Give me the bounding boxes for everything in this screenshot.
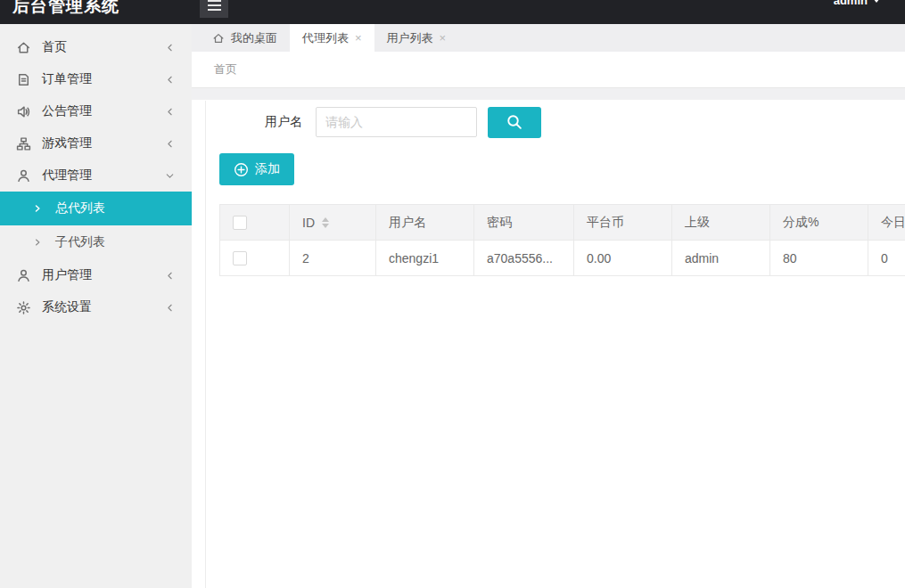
- column-header-id: ID: [302, 216, 315, 230]
- column-header-superior: 上级: [672, 205, 770, 241]
- sidebar-item-label: 用户管理: [42, 267, 164, 283]
- sidebar-subitem-sub-agent-list[interactable]: 子代列表: [0, 225, 192, 259]
- home-icon: [16, 40, 31, 55]
- row-checkbox[interactable]: [233, 251, 247, 265]
- speaker-icon: [16, 104, 31, 119]
- sidebar-item-label: 代理管理: [42, 167, 164, 184]
- user-menu[interactable]: admin: [834, 0, 880, 7]
- column-header-platform-coin: 平台币: [574, 205, 672, 241]
- sidebar-item-games[interactable]: 游戏管理: [0, 127, 192, 159]
- gear-icon: [16, 300, 31, 315]
- cell-password: a70a5556...: [474, 241, 574, 276]
- content-divider: [192, 88, 905, 100]
- search-button[interactable]: [488, 107, 541, 138]
- tab-label: 我的桌面: [231, 30, 277, 46]
- sidebar-item-label: 首页: [42, 39, 164, 55]
- chevron-left-icon: [164, 138, 176, 150]
- username-label: admin: [834, 0, 868, 7]
- sort-icon[interactable]: [322, 217, 329, 228]
- username-search-input[interactable]: [316, 107, 477, 137]
- agents-table: ID 用户名 密码 平台币 上级 分成% 今日充值 2 chengzi1 a70…: [219, 204, 905, 276]
- cell-id: 2: [290, 241, 376, 276]
- caret-down-icon: [873, 0, 880, 3]
- sidebar-item-agents[interactable]: 代理管理: [0, 159, 192, 192]
- sidebar-subitem-label: 子代列表: [55, 234, 105, 250]
- chevron-left-icon: [164, 74, 176, 86]
- home-icon: [212, 32, 225, 45]
- column-header-password: 密码: [474, 205, 574, 241]
- chevron-left-icon: [164, 302, 176, 314]
- main-content: 我的桌面 代理列表 × 用户列表 × 首页 用户名: [192, 24, 905, 588]
- add-button-label: 添加: [255, 161, 280, 177]
- arrow-right-icon: [32, 237, 43, 248]
- tab-agent-list[interactable]: 代理列表 ×: [290, 24, 374, 52]
- column-header-username: 用户名: [376, 205, 474, 241]
- cell-percent: 80: [770, 241, 868, 276]
- sidebar-subitem-general-agent-list[interactable]: 总代列表: [0, 192, 192, 225]
- sidebar-item-label: 系统设置: [42, 299, 164, 315]
- document-icon: [16, 72, 31, 87]
- chevron-left-icon: [164, 106, 176, 118]
- sidebar-subitem-label: 总代列表: [55, 200, 105, 216]
- sidebar-toggle-button[interactable]: [200, 0, 228, 18]
- chevron-left-icon: [164, 270, 176, 282]
- sidebar-item-orders[interactable]: 订单管理: [0, 63, 192, 95]
- username-field-label: 用户名: [265, 114, 302, 130]
- table-header-row: ID 用户名 密码 平台币 上级 分成% 今日充值: [220, 205, 905, 241]
- sidebar-item-settings[interactable]: 系统设置: [0, 291, 192, 323]
- breadcrumb-bar: 首页: [192, 52, 905, 88]
- chevron-down-icon: [164, 170, 176, 182]
- sidebar-item-label: 公告管理: [42, 103, 164, 119]
- column-header-percent: 分成%: [770, 205, 868, 241]
- cell-username: chengzi1: [376, 241, 474, 276]
- cell-platform-coin: 0.00: [574, 241, 672, 276]
- search-form: 用户名: [206, 106, 905, 138]
- tab-bar: 我的桌面 代理列表 × 用户列表 ×: [192, 24, 905, 52]
- person-icon: [16, 168, 31, 184]
- app-title: 后台管理系统: [12, 0, 119, 18]
- sidebar-item-label: 订单管理: [42, 71, 164, 87]
- tab-my-desktop[interactable]: 我的桌面: [200, 24, 290, 52]
- table-row: 2 chengzi1 a70a5556... 0.00 admin 80 0: [220, 241, 905, 276]
- tab-user-list[interactable]: 用户列表 ×: [374, 24, 459, 52]
- close-icon[interactable]: ×: [440, 32, 447, 44]
- sidebar-item-users[interactable]: 用户管理: [0, 259, 192, 291]
- sidebar-nav: 首页 订单管理 公告管理 游戏管理 代理管理 总代: [0, 24, 192, 588]
- cell-today: 0: [868, 241, 905, 276]
- select-all-checkbox[interactable]: [233, 216, 247, 230]
- content-panel: 用户名 添加 ID: [205, 101, 905, 588]
- sidebar-item-home[interactable]: 首页: [0, 31, 192, 63]
- cell-superior: admin: [672, 241, 770, 276]
- person-icon: [16, 268, 31, 283]
- top-header-bar: 后台管理系统 admin: [0, 0, 905, 24]
- tab-label: 代理列表: [302, 30, 349, 46]
- tab-label: 用户列表: [387, 30, 433, 46]
- sitemap-icon: [16, 136, 31, 151]
- column-header-today: 今日充值: [868, 205, 905, 241]
- close-icon[interactable]: ×: [355, 32, 362, 44]
- arrow-right-icon: [32, 203, 43, 214]
- chevron-left-icon: [164, 42, 176, 53]
- sidebar-item-label: 游戏管理: [42, 135, 164, 151]
- sidebar-item-announcements[interactable]: 公告管理: [0, 95, 192, 127]
- breadcrumb[interactable]: 首页: [214, 61, 237, 78]
- add-button[interactable]: 添加: [219, 153, 294, 185]
